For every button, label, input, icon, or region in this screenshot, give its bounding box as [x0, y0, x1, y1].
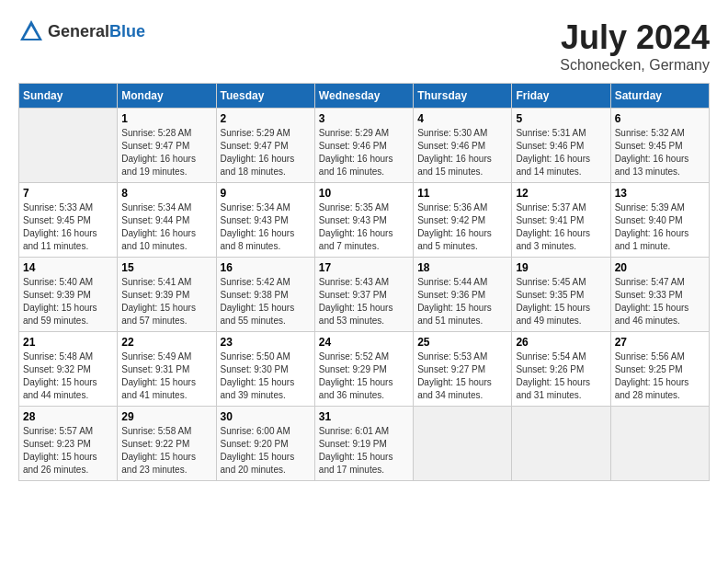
- day-info: Sunrise: 5:29 AM Sunset: 9:46 PM Dayligh…: [319, 127, 409, 178]
- day-info: Sunrise: 5:36 AM Sunset: 9:42 PM Dayligh…: [417, 201, 507, 253]
- day-number: 15: [121, 261, 211, 274]
- location-label: Schonecken, Germany: [560, 57, 710, 74]
- day-info: Sunrise: 5:34 AM Sunset: 9:44 PM Dayligh…: [121, 201, 211, 253]
- calendar-header-row: SundayMondayTuesdayWednesdayThursdayFrid…: [19, 84, 710, 109]
- day-info: Sunrise: 5:39 AM Sunset: 9:40 PM Dayligh…: [615, 201, 705, 253]
- day-info: Sunrise: 5:47 AM Sunset: 9:33 PM Dayligh…: [615, 276, 705, 327]
- calendar-cell: 31Sunrise: 6:01 AM Sunset: 9:19 PM Dayli…: [314, 407, 413, 481]
- day-info: Sunrise: 5:40 AM Sunset: 9:39 PM Dayligh…: [23, 276, 113, 327]
- calendar-cell: 30Sunrise: 6:00 AM Sunset: 9:20 PM Dayli…: [216, 407, 314, 481]
- day-info: Sunrise: 5:28 AM Sunset: 9:47 PM Dayligh…: [121, 127, 211, 178]
- day-number: 26: [516, 336, 606, 349]
- title-section: July 2024 Schonecken, Germany: [560, 18, 710, 74]
- logo-text: GeneralBlue: [48, 22, 145, 41]
- day-number: 12: [516, 187, 606, 200]
- calendar-cell: 9Sunrise: 5:34 AM Sunset: 9:43 PM Daylig…: [216, 183, 314, 258]
- day-info: Sunrise: 5:53 AM Sunset: 9:27 PM Dayligh…: [417, 350, 507, 402]
- day-info: Sunrise: 5:34 AM Sunset: 9:43 PM Dayligh…: [221, 201, 311, 253]
- calendar-cell: 12Sunrise: 5:37 AM Sunset: 9:41 PM Dayli…: [512, 183, 610, 258]
- day-number: 24: [319, 336, 409, 349]
- day-info: Sunrise: 5:50 AM Sunset: 9:30 PM Dayligh…: [221, 350, 311, 402]
- calendar-cell: 14Sunrise: 5:40 AM Sunset: 9:39 PM Dayli…: [19, 258, 118, 332]
- calendar-cell: 4Sunrise: 5:30 AM Sunset: 9:46 PM Daylig…: [414, 109, 512, 183]
- calendar-table: SundayMondayTuesdayWednesdayThursdayFrid…: [18, 83, 710, 481]
- day-info: Sunrise: 5:33 AM Sunset: 9:45 PM Dayligh…: [23, 201, 113, 253]
- day-number: 13: [615, 187, 705, 200]
- logo: GeneralBlue: [18, 18, 145, 44]
- day-number: 18: [417, 261, 507, 274]
- day-number: 2: [221, 112, 311, 125]
- day-info: Sunrise: 5:48 AM Sunset: 9:32 PM Dayligh…: [23, 350, 113, 402]
- day-number: 30: [221, 410, 311, 423]
- day-number: 20: [615, 261, 705, 274]
- calendar-cell: 18Sunrise: 5:44 AM Sunset: 9:36 PM Dayli…: [414, 258, 512, 332]
- day-number: 5: [516, 112, 606, 125]
- day-number: 1: [121, 112, 211, 125]
- day-number: 4: [417, 112, 507, 125]
- day-number: 7: [23, 187, 113, 200]
- calendar-week-row: 1Sunrise: 5:28 AM Sunset: 9:47 PM Daylig…: [19, 109, 710, 183]
- day-number: 9: [221, 187, 311, 200]
- calendar-cell: 21Sunrise: 5:48 AM Sunset: 9:32 PM Dayli…: [19, 332, 118, 407]
- month-year-title: July 2024: [560, 18, 710, 57]
- calendar-cell: [512, 407, 610, 481]
- day-number: 27: [615, 336, 705, 349]
- day-number: 17: [319, 261, 409, 274]
- calendar-cell: 28Sunrise: 5:57 AM Sunset: 9:23 PM Dayli…: [19, 407, 118, 481]
- calendar-cell: 16Sunrise: 5:42 AM Sunset: 9:38 PM Dayli…: [216, 258, 314, 332]
- calendar-cell: 11Sunrise: 5:36 AM Sunset: 9:42 PM Dayli…: [414, 183, 512, 258]
- day-header-sunday: Sunday: [19, 84, 118, 109]
- calendar-cell: [19, 109, 118, 183]
- calendar-cell: 8Sunrise: 5:34 AM Sunset: 9:44 PM Daylig…: [118, 183, 216, 258]
- calendar-cell: 27Sunrise: 5:56 AM Sunset: 9:25 PM Dayli…: [610, 332, 709, 407]
- calendar-cell: 20Sunrise: 5:47 AM Sunset: 9:33 PM Dayli…: [610, 258, 709, 332]
- day-info: Sunrise: 5:54 AM Sunset: 9:26 PM Dayligh…: [516, 350, 606, 402]
- calendar-cell: 1Sunrise: 5:28 AM Sunset: 9:47 PM Daylig…: [118, 109, 216, 183]
- day-info: Sunrise: 6:00 AM Sunset: 9:20 PM Dayligh…: [221, 425, 311, 477]
- day-info: Sunrise: 5:32 AM Sunset: 9:45 PM Dayligh…: [615, 127, 705, 178]
- day-number: 6: [615, 112, 705, 125]
- day-info: Sunrise: 5:37 AM Sunset: 9:41 PM Dayligh…: [516, 201, 606, 253]
- day-number: 23: [221, 336, 311, 349]
- day-number: 16: [221, 261, 311, 274]
- day-info: Sunrise: 6:01 AM Sunset: 9:19 PM Dayligh…: [319, 425, 409, 477]
- day-number: 25: [417, 336, 507, 349]
- day-header-friday: Friday: [512, 84, 610, 109]
- calendar-cell: 7Sunrise: 5:33 AM Sunset: 9:45 PM Daylig…: [19, 183, 118, 258]
- calendar-cell: 2Sunrise: 5:29 AM Sunset: 9:47 PM Daylig…: [216, 109, 314, 183]
- calendar-cell: [414, 407, 512, 481]
- day-header-wednesday: Wednesday: [314, 84, 413, 109]
- day-info: Sunrise: 5:31 AM Sunset: 9:46 PM Dayligh…: [516, 127, 606, 178]
- calendar-cell: 26Sunrise: 5:54 AM Sunset: 9:26 PM Dayli…: [512, 332, 610, 407]
- calendar-cell: 29Sunrise: 5:58 AM Sunset: 9:22 PM Dayli…: [118, 407, 216, 481]
- day-number: 28: [23, 410, 113, 423]
- day-info: Sunrise: 5:44 AM Sunset: 9:36 PM Dayligh…: [417, 276, 507, 327]
- logo-general: General: [48, 22, 109, 40]
- calendar-cell: 23Sunrise: 5:50 AM Sunset: 9:30 PM Dayli…: [216, 332, 314, 407]
- day-number: 10: [319, 187, 409, 200]
- calendar-cell: [610, 407, 709, 481]
- day-info: Sunrise: 5:49 AM Sunset: 9:31 PM Dayligh…: [121, 350, 211, 402]
- day-number: 11: [417, 187, 507, 200]
- calendar-week-row: 28Sunrise: 5:57 AM Sunset: 9:23 PM Dayli…: [19, 407, 710, 481]
- day-number: 8: [121, 187, 211, 200]
- calendar-cell: 5Sunrise: 5:31 AM Sunset: 9:46 PM Daylig…: [512, 109, 610, 183]
- calendar-week-row: 21Sunrise: 5:48 AM Sunset: 9:32 PM Dayli…: [19, 332, 710, 407]
- calendar-cell: 13Sunrise: 5:39 AM Sunset: 9:40 PM Dayli…: [610, 183, 709, 258]
- day-info: Sunrise: 5:45 AM Sunset: 9:35 PM Dayligh…: [516, 276, 606, 327]
- day-header-tuesday: Tuesday: [216, 84, 314, 109]
- day-number: 19: [516, 261, 606, 274]
- day-info: Sunrise: 5:30 AM Sunset: 9:46 PM Dayligh…: [417, 127, 507, 178]
- calendar-cell: 17Sunrise: 5:43 AM Sunset: 9:37 PM Dayli…: [314, 258, 413, 332]
- logo-icon: [18, 18, 44, 44]
- day-info: Sunrise: 5:56 AM Sunset: 9:25 PM Dayligh…: [615, 350, 705, 402]
- day-info: Sunrise: 5:41 AM Sunset: 9:39 PM Dayligh…: [121, 276, 211, 327]
- day-info: Sunrise: 5:52 AM Sunset: 9:29 PM Dayligh…: [319, 350, 409, 402]
- day-info: Sunrise: 5:29 AM Sunset: 9:47 PM Dayligh…: [221, 127, 311, 178]
- day-info: Sunrise: 5:58 AM Sunset: 9:22 PM Dayligh…: [121, 425, 211, 477]
- calendar-week-row: 14Sunrise: 5:40 AM Sunset: 9:39 PM Dayli…: [19, 258, 710, 332]
- day-info: Sunrise: 5:43 AM Sunset: 9:37 PM Dayligh…: [319, 276, 409, 327]
- day-header-monday: Monday: [118, 84, 216, 109]
- day-number: 22: [121, 336, 211, 349]
- day-info: Sunrise: 5:42 AM Sunset: 9:38 PM Dayligh…: [221, 276, 311, 327]
